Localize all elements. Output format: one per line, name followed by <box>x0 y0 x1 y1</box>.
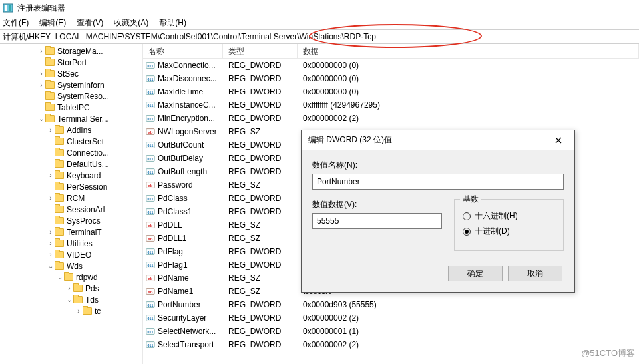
value-data: 0x00000000 (0) <box>298 74 639 83</box>
tree-item[interactable]: ›Pds <box>0 283 142 294</box>
value-row[interactable]: 011MaxDisconnec...REG_DWORD0x00000000 (0… <box>143 72 639 85</box>
chevron-right-icon[interactable]: › <box>65 285 73 292</box>
chevron-down-icon[interactable]: ⌄ <box>65 296 73 303</box>
chevron-right-icon[interactable]: › <box>47 126 55 134</box>
menu-help[interactable]: 帮助(H) <box>159 17 186 29</box>
svg-text:011: 011 <box>148 197 154 201</box>
tree-item[interactable]: ›SystemInforn <box>0 79 142 91</box>
radix-dec-option[interactable]: 十进制(D) <box>463 226 555 237</box>
close-button[interactable] <box>548 132 569 148</box>
folder-icon <box>55 149 64 156</box>
tree-item[interactable]: ⌄Tds <box>0 294 142 305</box>
chevron-right-icon[interactable]: › <box>47 172 55 179</box>
watermark: @51CTO博客 <box>581 347 635 359</box>
value-name: PdName <box>158 273 189 283</box>
chevron-right-icon[interactable]: › <box>75 307 83 315</box>
tree-item-label: Utilities <box>67 239 93 248</box>
value-data-label: 数值数据(V): <box>312 199 442 210</box>
reg-string-icon: ab <box>146 273 155 283</box>
tree-item[interactable]: ›SessionArl <box>0 204 142 215</box>
value-row[interactable]: 011MaxInstanceC...REG_DWORD0xffffffff (4… <box>143 98 639 112</box>
tree-item[interactable]: ›SysProcs <box>0 215 142 226</box>
col-data[interactable]: 数据 <box>298 44 639 58</box>
menu-file[interactable]: 文件(F) <box>3 17 29 29</box>
tree-item[interactable]: ›TabletPC <box>0 102 142 113</box>
value-row[interactable]: 011SelectNetwork...REG_DWORD0x00000001 (… <box>143 325 639 338</box>
value-type: REG_SZ <box>223 234 298 243</box>
svg-text:011: 011 <box>148 144 154 148</box>
chevron-down-icon[interactable]: ⌄ <box>37 115 45 122</box>
tree-item[interactable]: ›PerSession <box>0 181 142 192</box>
tree-item[interactable]: ›Keyboard <box>0 170 142 181</box>
value-name: PortNumber <box>158 300 201 309</box>
tree-item[interactable]: ›TerminalT <box>0 226 142 238</box>
menu-view[interactable]: 查看(V) <box>77 17 103 29</box>
chevron-right-icon[interactable]: › <box>37 70 45 77</box>
tree-item[interactable]: ›AddIns <box>0 124 142 136</box>
tree-panel[interactable]: ›StorageMa...›StorPort›StSec›SystemInfor… <box>0 44 143 364</box>
tree-item[interactable]: ⌄rdpwd <box>0 272 142 283</box>
tree-item-label: Wds <box>67 262 83 271</box>
cancel-button[interactable]: 取消 <box>508 266 562 281</box>
chevron-down-icon[interactable]: ⌄ <box>47 262 55 270</box>
tree-item-label: StSec <box>57 69 79 79</box>
chevron-right-icon[interactable]: › <box>47 228 55 236</box>
folder-icon <box>45 59 55 66</box>
reg-string-icon: ab <box>146 234 155 243</box>
col-name[interactable]: 名称 <box>143 44 223 58</box>
reg-binary-icon: 011 <box>146 100 155 110</box>
value-row[interactable]: 011SelectTransportREG_DWORD0x00000002 (2… <box>143 338 639 351</box>
value-data: 0x00000001 (1) <box>298 327 639 336</box>
value-name: PdFlag1 <box>158 260 188 270</box>
tree-item-label: DefaultUs... <box>67 160 108 169</box>
tree-item[interactable]: ›DefaultUs... <box>0 158 142 170</box>
value-row[interactable]: 011PortNumberREG_DWORD0x0000d903 (55555) <box>143 298 639 311</box>
value-row[interactable]: 011MaxConnectio...REG_DWORD0x00000000 (0… <box>143 59 639 72</box>
tree-item[interactable]: ›VIDEO <box>0 249 142 260</box>
reg-string-icon: ab <box>146 287 155 296</box>
tree-item[interactable]: ›RCM <box>0 192 142 204</box>
value-name-input[interactable] <box>312 174 564 190</box>
tree-item[interactable]: ›Utilities <box>0 238 142 249</box>
tree-item[interactable]: ›tc <box>0 305 142 317</box>
svg-text:011: 011 <box>148 117 154 121</box>
dialog-titlebar[interactable]: 编辑 DWORD (32 位)值 <box>302 130 574 150</box>
value-name: PdClass <box>158 194 188 203</box>
value-row[interactable]: 011MinEncryption...REG_DWORD0x00000002 (… <box>143 112 639 125</box>
chevron-right-icon[interactable]: › <box>47 240 55 247</box>
value-type: REG_DWORD <box>223 74 298 83</box>
tree-item-label: Terminal Ser... <box>57 114 108 124</box>
edit-dword-dialog: 编辑 DWORD (32 位)值 数值名称(N): 数值数据(V): 基数 十六… <box>301 130 575 293</box>
svg-text:011: 011 <box>148 91 154 94</box>
tree-item[interactable]: ⌄Wds <box>0 260 142 272</box>
svg-rect-3 <box>5 9 7 11</box>
value-row[interactable]: 011MaxIdleTimeREG_DWORD0x00000000 (0) <box>143 85 639 98</box>
radix-hex-option[interactable]: 十六进制(H) <box>463 210 555 222</box>
chevron-right-icon[interactable]: › <box>37 47 45 55</box>
chevron-down-icon[interactable]: ⌄ <box>56 273 64 281</box>
value-data-input[interactable] <box>312 213 442 229</box>
ok-button[interactable]: 确定 <box>448 266 503 281</box>
address-bar[interactable]: 计算机\HKEY_LOCAL_MACHINE\SYSTEM\ControlSet… <box>0 29 639 44</box>
tree-item[interactable]: ⌄Terminal Ser... <box>0 113 142 124</box>
menu-favorites[interactable]: 收藏夹(A) <box>114 17 148 29</box>
value-row[interactable]: 011SecurityLayerREG_DWORD0x00000002 (2) <box>143 311 639 325</box>
reg-binary-icon: 011 <box>146 300 155 309</box>
folder-icon <box>55 194 64 202</box>
chevron-right-icon[interactable]: › <box>47 194 55 202</box>
folder-icon <box>55 183 64 190</box>
folder-icon <box>55 217 64 224</box>
tree-item[interactable]: ›StSec <box>0 68 142 79</box>
tree-item[interactable]: ›SystemReso... <box>0 91 142 102</box>
tree-item-label: rdpwd <box>76 273 98 282</box>
tree-item[interactable]: ›ClusterSet <box>0 136 142 147</box>
col-type[interactable]: 类型 <box>223 44 298 58</box>
chevron-right-icon[interactable]: › <box>47 251 55 258</box>
svg-text:011: 011 <box>148 210 154 214</box>
menu-edit[interactable]: 编辑(E) <box>39 17 66 29</box>
tree-item[interactable]: ›StorPort <box>0 57 142 68</box>
tree-item[interactable]: ›StorageMa... <box>0 45 142 57</box>
chevron-right-icon[interactable]: › <box>37 81 45 89</box>
value-name: MaxInstanceC... <box>158 100 216 110</box>
tree-item[interactable]: ›Connectio... <box>0 147 142 158</box>
